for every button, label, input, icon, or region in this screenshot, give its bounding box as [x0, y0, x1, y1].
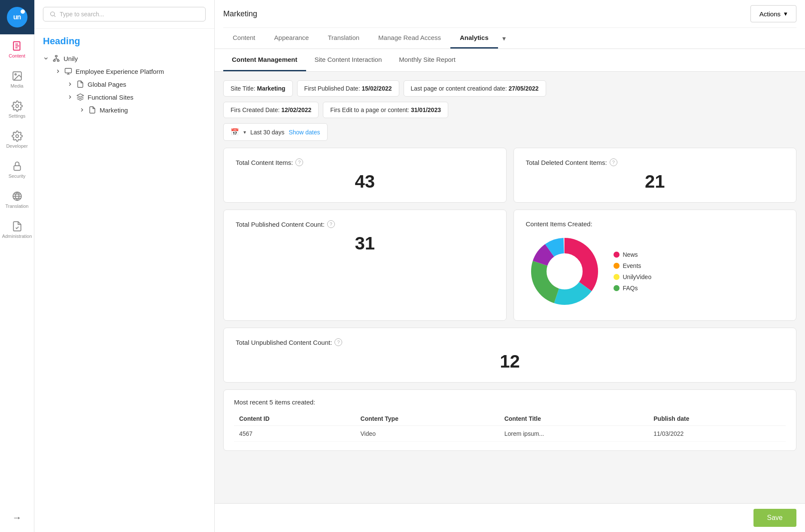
- nav-item-administration[interactable]: Administration: [0, 215, 34, 245]
- info-badges-row: Site Title: Marketing First Published Da…: [223, 80, 796, 97]
- legend-dot-faqs: [614, 285, 620, 291]
- nav-item-developer[interactable]: Developer: [0, 125, 34, 155]
- col-content-type: Content Type: [355, 412, 499, 426]
- nav-item-content[interactable]: Content: [0, 34, 34, 64]
- svg-rect-15: [53, 60, 55, 61]
- first-edit-value: 31/01/2023: [411, 106, 441, 113]
- tree: Unily Employee Experience Platform Globa…: [34, 50, 214, 532]
- stat-card-published: Total Published Content Count: ? 31: [223, 210, 507, 321]
- nav-item-security[interactable]: Security: [0, 155, 34, 185]
- actions-button[interactable]: Actions ▾: [750, 5, 796, 22]
- settings-icon: [12, 100, 23, 112]
- legend-label-faqs: FAQs: [623, 285, 638, 292]
- tree-label-functional-sites: Functional Sites: [88, 94, 134, 101]
- main-panel: Marketing Actions ▾ Content Appearance T…: [215, 0, 805, 532]
- tree-item-emp-exp[interactable]: Employee Experience Platform: [43, 65, 206, 78]
- show-dates-link[interactable]: Show dates: [289, 129, 320, 136]
- translation-icon: [12, 191, 23, 202]
- actions-label: Actions: [759, 10, 781, 18]
- help-icon-total-deleted[interactable]: ?: [610, 158, 617, 166]
- search-placeholder: Type to search...: [60, 11, 104, 18]
- svg-rect-7: [14, 166, 20, 170]
- save-button[interactable]: Save: [753, 509, 796, 527]
- sub-tab-content-management[interactable]: Content Management: [223, 49, 306, 71]
- org-icon: [52, 55, 60, 62]
- tab-analytics[interactable]: Analytics: [450, 28, 498, 49]
- chevron-down-icon: [43, 55, 49, 61]
- svg-point-12: [51, 12, 55, 16]
- tree-item-marketing[interactable]: Marketing: [43, 103, 206, 116]
- chevron-right-icon-3: [67, 94, 73, 100]
- stat-card-unpublished: Total Unpublished Content Count: ? 12: [223, 328, 796, 383]
- stat-value-total-deleted: 21: [526, 171, 784, 192]
- analytics-content: Site Title: Marketing First Published Da…: [215, 72, 805, 459]
- info-badge-last-creation: Last page or content creationd date: 27/…: [404, 80, 546, 97]
- info-badge-first-published: First Published Date: 15/02/2022: [297, 80, 399, 97]
- search-icon: [49, 11, 56, 18]
- tab-translation[interactable]: Translation: [318, 28, 369, 49]
- svg-line-13: [54, 15, 55, 17]
- tab-bar: Content Appearance Translation Manage Re…: [223, 28, 796, 49]
- nav-administration-label: Administration: [2, 234, 32, 239]
- tree-label-emp-exp: Employee Experience Platform: [76, 68, 164, 75]
- first-published-value: 15/02/2022: [361, 85, 392, 92]
- tree-label-marketing: Marketing: [100, 106, 128, 114]
- main-header: Marketing Actions ▾ Content Appearance T…: [215, 0, 805, 49]
- sub-tab-monthly-site-report[interactable]: Monthly Site Report: [390, 49, 464, 71]
- page-icon: [76, 80, 84, 88]
- donut-center: [547, 254, 582, 289]
- stat-value-unpublished: 12: [236, 351, 784, 372]
- cell-content-id: 4567: [234, 426, 355, 442]
- save-btn-area: Save: [215, 503, 805, 532]
- tab-appearance[interactable]: Appearance: [265, 28, 319, 49]
- logo: un: [7, 7, 27, 27]
- donut-card-title: Content Items Created:: [526, 220, 784, 228]
- col-content-title: Content Title: [499, 412, 649, 426]
- cell-content-title: Lorem ipsum...: [499, 426, 649, 442]
- legend-events: Events: [614, 262, 652, 269]
- tree-item-functional-sites[interactable]: Functional Sites: [43, 91, 206, 103]
- donut-chart: [526, 233, 603, 310]
- logo-dot: [21, 9, 25, 14]
- help-icon-published[interactable]: ?: [327, 220, 335, 228]
- legend-label-news: News: [623, 251, 638, 258]
- sidebar-heading: Heading: [34, 29, 214, 50]
- legend-unilyvideo: UnilyVideo: [614, 274, 652, 280]
- legend-faqs: FAQs: [614, 285, 652, 292]
- sub-tab-site-content-interaction[interactable]: Site Content Interaction: [306, 49, 391, 71]
- svg-point-5: [15, 74, 16, 75]
- cell-publish-date: 11/03/2022: [648, 426, 786, 442]
- nav-item-settings[interactable]: Settings: [0, 94, 34, 125]
- help-icon-unpublished[interactable]: ?: [334, 338, 342, 346]
- donut-card: Content Items Created:: [513, 210, 797, 321]
- date-range-bar[interactable]: 📅 ▾ Last 30 days Show dates: [223, 123, 328, 141]
- search-box[interactable]: Type to search...: [43, 7, 206, 21]
- tree-item-global-pages[interactable]: Global Pages: [43, 78, 206, 91]
- tree-item-unily[interactable]: Unily: [43, 52, 206, 65]
- svg-point-6: [15, 135, 18, 138]
- developer-icon: [12, 131, 23, 142]
- collapse-arrow[interactable]: →: [12, 512, 22, 523]
- info-badge-first-created: Firs Created Date: 12/02/2022: [223, 102, 319, 118]
- date-chevron-icon: ▾: [243, 129, 246, 135]
- stat-title-published: Total Published Content Count: ?: [236, 220, 494, 228]
- tab-content[interactable]: Content: [223, 28, 265, 49]
- tab-manage-read-access[interactable]: Manage Read Access: [369, 28, 450, 49]
- tree-label-global-pages: Global Pages: [88, 81, 126, 88]
- svg-rect-14: [55, 55, 58, 57]
- tab-more-button[interactable]: ▾: [498, 28, 510, 49]
- help-icon-total-content[interactable]: ?: [295, 158, 303, 166]
- nav-content-label: Content: [9, 53, 25, 58]
- nav-item-translation[interactable]: Translation: [0, 185, 34, 215]
- layers-icon: [76, 93, 84, 101]
- last-creation-value: 27/05/2022: [509, 85, 539, 92]
- administration-icon: [12, 221, 23, 232]
- stat-title-total-content: Total Content Items: ?: [236, 158, 494, 166]
- legend-label-events: Events: [623, 262, 641, 269]
- svg-rect-16: [57, 60, 59, 61]
- table-row: 4567 Video Lorem ipsum... 11/03/2022: [234, 426, 786, 442]
- site-title-value: Marketing: [257, 85, 285, 92]
- nav-item-media[interactable]: Media: [0, 64, 34, 94]
- sidebar: Type to search... Heading Unily: [34, 0, 215, 532]
- col-content-id: Content ID: [234, 412, 355, 426]
